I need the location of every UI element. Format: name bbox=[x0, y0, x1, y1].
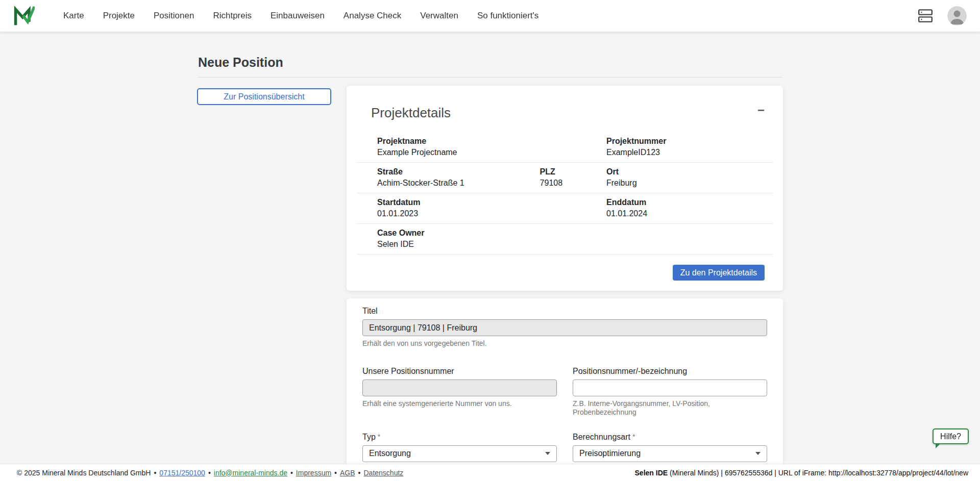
session-info: Selen IDE (Mineral Minds) | 69576255536d… bbox=[635, 469, 968, 477]
field-value-ort: Freiburg bbox=[606, 178, 773, 188]
navbar-right bbox=[918, 6, 967, 26]
email-link[interactable]: info@mineral-minds.de bbox=[214, 469, 287, 477]
session-user: Selen IDE bbox=[635, 469, 668, 477]
left-column: Zur Positionsübersicht bbox=[197, 86, 331, 105]
field-label-startdatum: Startdatum bbox=[377, 197, 540, 208]
positionsnummer-label: Positionsnummer/-bezeichnung bbox=[573, 367, 687, 376]
nav-item-projekte[interactable]: Projekte bbox=[103, 11, 135, 21]
impressum-link[interactable]: Impressum bbox=[296, 469, 331, 477]
field-value-projektnummer: ExampleID123 bbox=[606, 147, 773, 158]
phone-link[interactable]: 07151/250100 bbox=[159, 469, 205, 477]
field-value-case-owner: Selen IDE bbox=[377, 239, 540, 249]
field-label-projektname: Projektname bbox=[377, 136, 540, 146]
field-label-ort: Ort bbox=[606, 167, 773, 177]
field-label-projektnummer: Projektnummer bbox=[606, 136, 773, 146]
positionsnummer-helper: Z.B. Interne-Vorgangsnummer, LV-Position… bbox=[573, 399, 767, 417]
title-divider bbox=[197, 77, 783, 78]
footer-left: © 2025 Mineral Minds Deutschland GmbH • … bbox=[17, 469, 403, 477]
chevron-down-icon bbox=[755, 452, 761, 455]
field-label-strasse: Straße bbox=[377, 167, 540, 177]
positionsnummer-input[interactable] bbox=[573, 379, 767, 396]
positionsnummer-block: Positionsnummer/-bezeichnung Z.B. Intern… bbox=[573, 367, 767, 417]
nav-item-karte[interactable]: Karte bbox=[63, 11, 84, 21]
field-value-projektname: Example Projectname bbox=[377, 147, 540, 158]
session-details: (Mineral Minds) | 69576255536d | URL of … bbox=[668, 469, 968, 477]
titel-input bbox=[362, 319, 767, 336]
main-navigation: Karte Projekte Positionen Richtpreis Ein… bbox=[63, 11, 557, 21]
table-row: Straße Achim-Stocker-Straße 1 PLZ 79108 … bbox=[357, 163, 773, 193]
field-label-case-owner: Case Owner bbox=[377, 228, 540, 238]
help-button[interactable]: Hilfe? bbox=[933, 428, 969, 444]
unsere-positionsnummer-helper: Erhält eine systemgenerierte Nummer von … bbox=[362, 399, 557, 409]
nav-item-einbauweisen[interactable]: Einbauweisen bbox=[271, 11, 325, 21]
required-marker: * bbox=[632, 433, 635, 441]
field-value-startdatum: 01.01.2023 bbox=[377, 209, 540, 219]
table-row: Case Owner Selen IDE bbox=[357, 224, 773, 255]
nav-item-positionen[interactable]: Positionen bbox=[154, 11, 194, 21]
table-row: Startdatum 01.01.2023 Enddatum 01.01.202… bbox=[357, 193, 773, 224]
copyright-text: © 2025 Mineral Minds Deutschland GmbH bbox=[17, 469, 151, 477]
person-icon bbox=[947, 6, 967, 26]
field-value-plz: 79108 bbox=[540, 178, 606, 188]
page-title: Neue Position bbox=[198, 55, 783, 70]
berechnungsart-select-value: Preisoptimierung bbox=[579, 449, 641, 458]
server-icon[interactable] bbox=[918, 9, 933, 22]
field-label-enddatum: Enddatum bbox=[606, 197, 773, 208]
datenschutz-link[interactable]: Datenschutz bbox=[363, 469, 403, 477]
mineral-minds-logo-icon[interactable] bbox=[13, 4, 36, 28]
chevron-down-icon bbox=[545, 452, 550, 455]
go-to-project-details-button[interactable]: Zu den Projektdetails bbox=[673, 265, 765, 281]
agb-link[interactable]: AGB bbox=[340, 469, 355, 477]
typ-select-value: Entsorgung bbox=[369, 449, 411, 458]
required-marker: * bbox=[378, 433, 380, 441]
project-details-card: Projektdetails − Projektname Example Pro… bbox=[347, 86, 783, 291]
project-card-title: Projektdetails bbox=[371, 105, 451, 121]
top-navbar: Karte Projekte Positionen Richtpreis Ein… bbox=[0, 0, 980, 32]
unsere-positionsnummer-block: Unsere Positionsnummer Erhält eine syste… bbox=[362, 367, 557, 417]
help-button-label: Hilfe? bbox=[940, 432, 961, 441]
tooltip-tail-icon bbox=[936, 444, 940, 448]
collapse-icon[interactable]: − bbox=[757, 105, 765, 115]
typ-select[interactable]: Entsorgung bbox=[362, 445, 557, 462]
field-label-plz: PLZ bbox=[540, 167, 606, 177]
project-details-table: Projektname Example Projectname Projektn… bbox=[357, 132, 773, 255]
main-area: Neue Position Zur Positionsübersicht Pro… bbox=[0, 0, 980, 481]
right-column: Projektdetails − Projektname Example Pro… bbox=[347, 86, 783, 481]
titel-label: Titel bbox=[362, 307, 378, 316]
titel-helper: Erhält den von uns vorgegebenen Titel. bbox=[362, 339, 767, 348]
nav-item-analyse-check[interactable]: Analyse Check bbox=[344, 11, 401, 21]
footer: © 2025 Mineral Minds Deutschland GmbH • … bbox=[0, 464, 980, 481]
nav-item-verwalten[interactable]: Verwalten bbox=[420, 11, 458, 21]
berechnungsart-label: Berechnungsart* bbox=[573, 433, 635, 442]
field-value-strasse: Achim-Stocker-Straße 1 bbox=[377, 178, 540, 188]
logo-m-icon bbox=[13, 5, 35, 27]
typ-label: Typ* bbox=[362, 433, 380, 442]
table-row: Projektname Example Projectname Projektn… bbox=[357, 132, 773, 163]
titel-field-block: Titel Erhält den von uns vorgegebenen Ti… bbox=[362, 307, 767, 348]
unsere-positionsnummer-label: Unsere Positionsnummer bbox=[362, 367, 454, 376]
unsere-positionsnummer-input bbox=[362, 379, 557, 396]
new-position-form-card: Titel Erhält den von uns vorgegebenen Ti… bbox=[347, 298, 783, 481]
nav-item-richtpreis[interactable]: Richtpreis bbox=[213, 11, 252, 21]
berechnungsart-select[interactable]: Preisoptimierung bbox=[573, 445, 767, 462]
nav-item-so-funktionierts[interactable]: So funktioniert's bbox=[477, 11, 538, 21]
field-value-enddatum: 01.01.2024 bbox=[606, 209, 773, 219]
back-to-positions-button[interactable]: Zur Positionsübersicht bbox=[197, 88, 331, 105]
user-avatar[interactable] bbox=[947, 6, 967, 26]
